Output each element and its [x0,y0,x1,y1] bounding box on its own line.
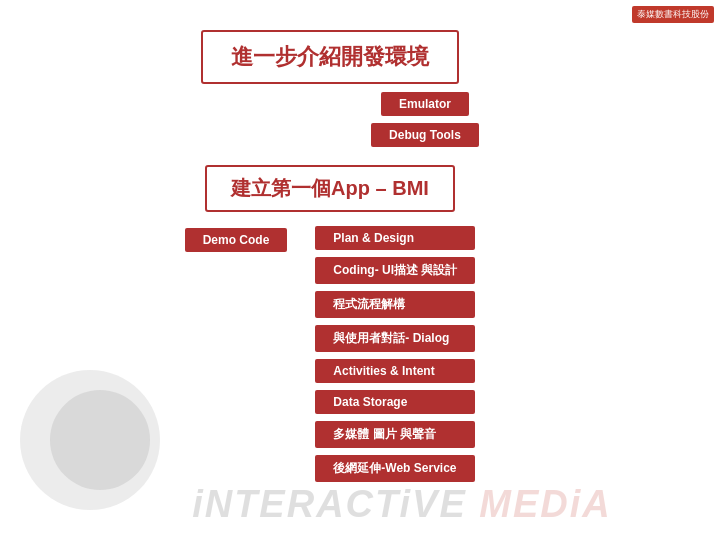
demo-code-box: Demo Code [185,228,288,252]
dialog-box: 與使用者對話- Dialog [315,325,475,352]
watermark-interactive: iNTERACTiVE [192,483,467,525]
multimedia-box: 多媒體 圖片 與聲音 [315,421,475,448]
coding-ui-box: Coding- UI描述 與設計 [315,257,475,284]
watermark-top: 泰媒數書科技股份 [632,6,714,23]
bmi-title-box: 建立第一個App – BMI [205,165,455,212]
watermark-media: MEDiA [479,483,611,525]
web-service-box: 後網延伸-Web Service [315,455,475,482]
plan-design-box: Plan & Design [315,226,475,250]
slide-container: 泰媒數書科技股份 iNTERACTiVE MEDiA 進一步介紹開發環境 Emu… [0,0,720,540]
intro-title-box: 進一步介紹開發環境 [201,30,459,84]
watermark-bottom: iNTERACTiVE MEDiA [192,483,612,526]
data-storage-box: Data Storage [315,390,475,414]
debug-tools-box: Debug Tools [371,123,479,147]
program-flow-box: 程式流程解構 [315,291,475,318]
activities-intent-box: Activities & Intent [315,359,475,383]
emulator-box: Emulator [381,92,469,116]
